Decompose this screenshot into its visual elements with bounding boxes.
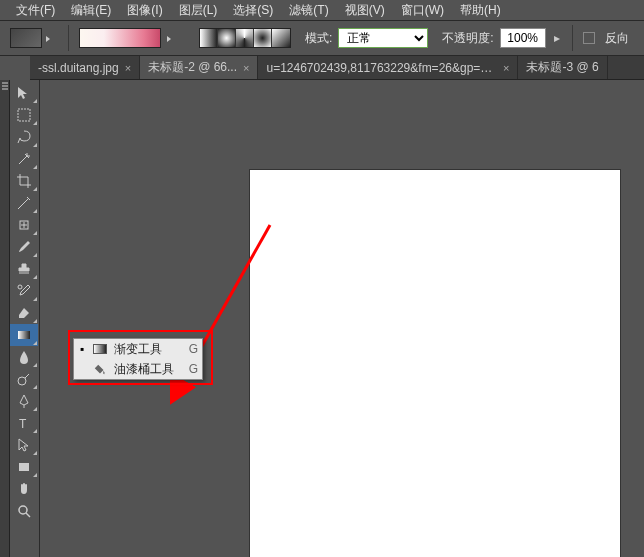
reverse-label: 反向 xyxy=(605,30,629,47)
svg-rect-0 xyxy=(18,109,30,121)
hand-tool[interactable] xyxy=(10,478,38,500)
type-tool[interactable]: T xyxy=(10,412,38,434)
gradient-diamond[interactable] xyxy=(272,29,290,47)
history-brush-tool[interactable] xyxy=(10,280,38,302)
stamp-tool[interactable] xyxy=(10,258,38,280)
canvas-area: ▪ 渐变工具 G 油漆桶工具 G xyxy=(40,80,644,557)
blur-tool[interactable] xyxy=(10,346,38,368)
menu-layer[interactable]: 图层(L) xyxy=(171,0,226,21)
flyout-shortcut: G xyxy=(186,362,198,376)
divider xyxy=(572,25,573,51)
svg-text:T: T xyxy=(19,417,27,431)
tab-label: 未标题-3 @ 6 xyxy=(526,59,598,76)
close-icon[interactable]: × xyxy=(125,62,131,74)
tab-label: 未标题-2 @ 66... xyxy=(148,59,237,76)
gradient-reflected[interactable] xyxy=(254,29,272,47)
collapsed-panel[interactable] xyxy=(0,80,10,557)
menu-filter[interactable]: 滤镜(T) xyxy=(281,0,336,21)
options-bar: 模式: 正常 不透明度: ▸ 反向 xyxy=(0,20,644,56)
svg-point-2 xyxy=(18,285,22,289)
crop-tool[interactable] xyxy=(10,170,38,192)
lasso-tool[interactable] xyxy=(10,126,38,148)
gradient-tool[interactable] xyxy=(10,324,38,346)
flyout-item-gradient[interactable]: ▪ 渐变工具 G xyxy=(74,339,202,359)
opacity-label: 不透明度: xyxy=(442,30,493,47)
menu-window[interactable]: 窗口(W) xyxy=(393,0,452,21)
tab-label: u=1246702439,811763229&fm=26&gp=0.jpg xyxy=(266,61,497,75)
tool-preset-picker[interactable] xyxy=(10,28,42,48)
gradient-angle[interactable] xyxy=(236,29,254,47)
flyout-shortcut: G xyxy=(186,342,198,356)
gradient-icon xyxy=(92,341,108,357)
rectangle-tool[interactable] xyxy=(10,456,38,478)
paint-bucket-icon xyxy=(92,361,108,377)
move-tool[interactable] xyxy=(10,82,38,104)
path-select-tool[interactable] xyxy=(10,434,38,456)
flyout-item-paint-bucket[interactable]: 油漆桶工具 G xyxy=(74,359,202,379)
tab-doc-1[interactable]: -ssl.duitang.jpg × xyxy=(30,56,140,79)
wand-tool[interactable] xyxy=(10,148,38,170)
svg-point-4 xyxy=(18,377,26,385)
menu-edit[interactable]: 编辑(E) xyxy=(63,0,119,21)
eraser-tool[interactable] xyxy=(10,302,38,324)
workspace: T ▪ 渐变工具 G 油漆桶工具 G xyxy=(0,80,644,557)
marquee-tool[interactable] xyxy=(10,104,38,126)
menu-select[interactable]: 选择(S) xyxy=(225,0,281,21)
zoom-tool[interactable] xyxy=(10,500,38,522)
opacity-input[interactable] xyxy=(500,28,546,48)
tools-panel: T xyxy=(10,80,40,557)
eyedropper-tool[interactable] xyxy=(10,192,38,214)
close-icon[interactable]: × xyxy=(243,62,249,74)
mode-select[interactable]: 正常 xyxy=(338,28,428,48)
menubar: 文件(F) 编辑(E) 图像(I) 图层(L) 选择(S) 滤镜(T) 视图(V… xyxy=(0,0,644,20)
gradient-preview[interactable] xyxy=(79,28,161,48)
bullet-icon: ▪ xyxy=(78,342,86,356)
mode-label: 模式: xyxy=(305,30,332,47)
gradient-linear[interactable] xyxy=(200,29,218,47)
divider xyxy=(68,25,69,51)
gradient-tool-flyout: ▪ 渐变工具 G 油漆桶工具 G xyxy=(73,338,203,380)
svg-rect-3 xyxy=(18,331,30,339)
menu-help[interactable]: 帮助(H) xyxy=(452,0,509,21)
menu-image[interactable]: 图像(I) xyxy=(119,0,170,21)
gradient-type-group xyxy=(199,28,291,48)
svg-point-7 xyxy=(19,506,27,514)
brush-tool[interactable] xyxy=(10,236,38,258)
menu-file[interactable]: 文件(F) xyxy=(8,0,63,21)
dodge-tool[interactable] xyxy=(10,368,38,390)
flyout-label: 渐变工具 xyxy=(114,341,180,358)
tab-doc-2[interactable]: 未标题-2 @ 66... × xyxy=(140,56,258,79)
reverse-checkbox[interactable] xyxy=(583,32,595,44)
document-tabs: -ssl.duitang.jpg × 未标题-2 @ 66... × u=124… xyxy=(30,56,644,80)
heal-tool[interactable] xyxy=(10,214,38,236)
grip-icon xyxy=(0,80,9,92)
pen-tool[interactable] xyxy=(10,390,38,412)
gradient-radial[interactable] xyxy=(218,29,236,47)
tab-doc-4[interactable]: 未标题-3 @ 6 xyxy=(518,56,607,79)
tab-label: -ssl.duitang.jpg xyxy=(38,61,119,75)
document-canvas[interactable] xyxy=(250,170,620,557)
menu-view[interactable]: 视图(V) xyxy=(337,0,393,21)
tab-doc-3[interactable]: u=1246702439,811763229&fm=26&gp=0.jpg × xyxy=(258,56,518,79)
close-icon[interactable]: × xyxy=(503,62,509,74)
opacity-arrow-icon[interactable]: ▸ xyxy=(552,28,562,48)
flyout-label: 油漆桶工具 xyxy=(114,361,180,378)
svg-rect-6 xyxy=(19,463,29,471)
